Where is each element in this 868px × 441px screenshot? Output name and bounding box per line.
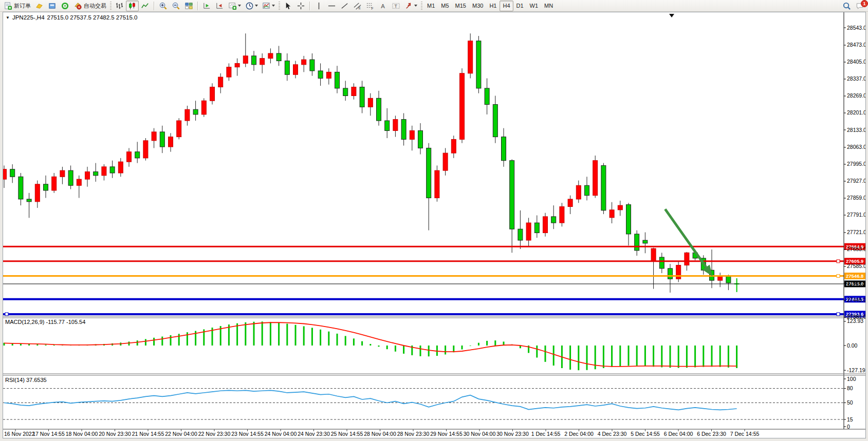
macd-panel: 123.930.00-127.19	[4, 318, 865, 373]
svg-text:27517.0: 27517.0	[847, 280, 865, 286]
svg-text:0: 0	[847, 424, 850, 430]
toolbar-grip	[279, 2, 280, 10]
svg-text:2 Dec 04:00: 2 Dec 04:00	[564, 431, 594, 437]
svg-text:100: 100	[847, 376, 856, 382]
crosshair-button[interactable]	[294, 1, 307, 11]
bar-chart-button[interactable]	[113, 1, 126, 11]
terminal-button[interactable]	[46, 1, 59, 11]
timeframe-button-h4[interactable]: H4	[500, 1, 513, 11]
svg-text:T: T	[394, 3, 397, 8]
svg-text:20 Nov 23:30: 20 Nov 23:30	[99, 431, 131, 437]
tile-windows-button[interactable]	[182, 1, 195, 11]
profiles-button[interactable]	[33, 1, 46, 11]
zoom-out-icon	[172, 2, 180, 10]
new-order-button[interactable]: 新订单	[2, 1, 33, 11]
channel-icon: E	[353, 2, 362, 10]
arrows-tool-icon	[404, 2, 413, 10]
timeframe-button-w1[interactable]: W1	[527, 1, 542, 11]
terminal-icon	[48, 2, 57, 10]
timeframe-group: M1M5M15M30H1H4D1W1MN	[424, 1, 556, 11]
svg-text:27653.0: 27653.0	[847, 246, 865, 252]
svg-text:27927.0: 27927.0	[847, 178, 865, 184]
line-chart-button[interactable]	[139, 1, 152, 11]
svg-text:29 Nov 14:55: 29 Nov 14:55	[430, 431, 463, 437]
svg-text:22 Nov 04:00: 22 Nov 04:00	[165, 431, 197, 437]
svg-text:28473.0: 28473.0	[847, 42, 865, 48]
candlestick-chart-button[interactable]	[126, 1, 139, 11]
zoom-in-icon	[159, 2, 168, 10]
text-label-button[interactable]: T	[390, 1, 402, 11]
auto-scroll-icon	[202, 2, 211, 10]
svg-text:4 Dec 23:30: 4 Dec 23:30	[598, 431, 627, 437]
trendline-icon	[340, 2, 349, 10]
template-icon	[262, 2, 271, 10]
svg-text:24 Nov 23:30: 24 Nov 23:30	[298, 431, 330, 437]
svg-text:F: F	[371, 7, 373, 10]
chat-button[interactable]: 1	[853, 1, 866, 11]
svg-text:A: A	[381, 3, 385, 9]
strategy-tester-button[interactable]	[59, 1, 71, 11]
svg-text:22 Nov 23:30: 22 Nov 23:30	[198, 431, 231, 437]
panel-splitter-rsi[interactable]	[3, 373, 865, 375]
timeframe-button-m30[interactable]: M30	[469, 1, 486, 11]
svg-text:21 Nov 14:55: 21 Nov 14:55	[132, 431, 164, 437]
svg-text:0.00: 0.00	[847, 342, 858, 349]
timeframe-button-mn[interactable]: MN	[541, 1, 556, 11]
new-order-label: 新订单	[14, 2, 31, 10]
chart-shift-button[interactable]	[213, 1, 226, 11]
svg-text:25 Nov 14:55: 25 Nov 14:55	[331, 431, 363, 437]
auto-trading-label: 自动交易	[84, 2, 106, 10]
zoom-in-button[interactable]	[157, 1, 170, 11]
new-chart-icon	[228, 2, 237, 10]
horizontal-line-button[interactable]	[325, 1, 338, 11]
toolbar-grip	[421, 2, 422, 10]
timeframe-button-h1[interactable]: H1	[486, 1, 500, 11]
templates-button[interactable]	[260, 1, 277, 11]
dropdown-caret-icon	[238, 5, 241, 7]
equidistant-channel-button[interactable]: E	[351, 1, 364, 11]
new-order-icon	[4, 2, 12, 10]
horizontal-line-icon	[327, 2, 336, 10]
bar-chart-icon	[115, 2, 124, 10]
svg-text:50: 50	[847, 399, 853, 406]
timeframe-button-m1[interactable]: M1	[424, 1, 438, 11]
svg-text:30 Nov 23:30: 30 Nov 23:30	[496, 431, 529, 437]
auto-trading-button[interactable]: 自动交易	[71, 1, 108, 11]
svg-text:18 Nov 04:00: 18 Nov 04:00	[66, 431, 98, 437]
timeframe-button-d1[interactable]: D1	[513, 1, 527, 11]
text-label-icon: T	[392, 2, 400, 10]
svg-text:28 Nov 23:30: 28 Nov 23:30	[397, 431, 430, 437]
cursor-button[interactable]	[282, 1, 294, 11]
svg-text:28405.0: 28405.0	[847, 59, 865, 65]
svg-text:5 Dec 14:55: 5 Dec 14:55	[631, 431, 660, 437]
rsi-panel: 1008050150	[3, 376, 856, 430]
panel-splitter-macd[interactable]	[3, 315, 865, 318]
vertical-line-icon	[315, 2, 323, 10]
timeframe-button-m15[interactable]: M15	[452, 1, 469, 11]
timeframe-button-m5[interactable]: M5	[438, 1, 452, 11]
time-axis[interactable]: 16 Nov 202217 Nov 14:5518 Nov 04:0020 No…	[4, 429, 759, 437]
periods-button[interactable]	[243, 1, 260, 11]
svg-text:6 Dec 23:30: 6 Dec 23:30	[697, 431, 726, 437]
auto-scroll-button[interactable]	[200, 1, 213, 11]
trendline-button[interactable]	[338, 1, 351, 11]
tester-icon	[61, 2, 69, 10]
text-icon: A	[379, 2, 387, 10]
text-button[interactable]: A	[377, 1, 390, 11]
new-chart-button[interactable]	[226, 1, 243, 11]
svg-text:27995.0: 27995.0	[847, 161, 865, 167]
hlines-layer: 27664.927605.927546.827515.027453.527393…	[3, 243, 865, 318]
svg-text:28063.0: 28063.0	[847, 144, 865, 150]
fibonacci-button[interactable]: F	[364, 1, 377, 11]
auto-trading-icon	[73, 2, 82, 10]
svg-text:17 Nov 14:55: 17 Nov 14:55	[32, 431, 65, 437]
zoom-out-button[interactable]	[170, 1, 182, 11]
vertical-line-button[interactable]	[312, 1, 325, 11]
arrows-button[interactable]	[402, 1, 419, 11]
search-icon	[842, 2, 851, 10]
svg-text:7 Dec 14:55: 7 Dec 14:55	[730, 431, 760, 437]
svg-text:27721.0: 27721.0	[847, 229, 865, 235]
svg-text:28133.0: 28133.0	[847, 127, 865, 133]
search-button[interactable]	[840, 1, 853, 11]
svg-text:28337.0: 28337.0	[847, 75, 865, 82]
